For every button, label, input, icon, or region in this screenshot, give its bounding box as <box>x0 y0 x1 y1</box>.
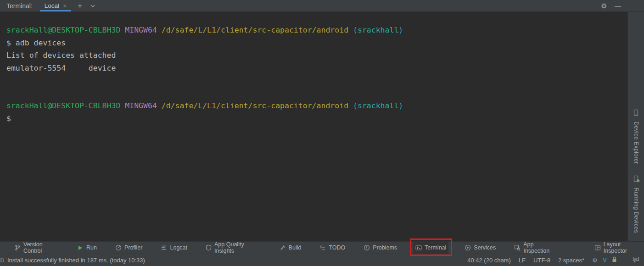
terminal-line <box>6 74 627 87</box>
terminal-prompt-icon <box>415 244 422 251</box>
terminal-line: emulator-5554 device <box>6 62 627 75</box>
terminal-line: srackHall@DESKTOP-CBLBH3D MINGW64 /d/saf… <box>6 24 627 37</box>
close-icon[interactable]: × <box>63 2 67 10</box>
encoding-widget[interactable]: UTF-8 <box>533 257 550 264</box>
terminal-line: List of devices attached <box>6 49 627 62</box>
toolwindow-button-app-inspection[interactable]: App Inspection <box>512 242 560 254</box>
toolwindow-button-label: Profiler <box>124 244 143 251</box>
terminal-segment: $ adb devices <box>6 39 66 47</box>
toolwindow-button-label: Layout Inspector <box>604 241 642 254</box>
gear-small-icon[interactable]: ⚙ <box>592 257 598 264</box>
toolwindow-button-app-quality-insights[interactable]: App Quality Insights <box>203 242 263 254</box>
app-inspection-icon <box>514 244 521 251</box>
device-explorer-icon <box>633 109 639 118</box>
terminal-panel-title: Terminal: <box>6 2 33 10</box>
toolwindow-button-logcat[interactable]: Logcat <box>158 242 190 254</box>
terminal-segment: srackHall@DESKTOP-CBLBH3D <box>6 101 120 110</box>
terminal-line: $ <box>6 112 627 125</box>
toolwindow-button-terminal[interactable]: Terminal <box>413 242 448 254</box>
right-tool-stripe: Device ExplorerRunning Devices <box>627 12 644 241</box>
notifications-icon[interactable] <box>633 256 639 264</box>
statusbar-left: Install successfully finished in 187 ms.… <box>0 257 145 264</box>
toolwindow-button-version-control[interactable]: Version Control <box>12 242 61 254</box>
problems-exclamation-icon <box>364 244 370 251</box>
line-separator-widget[interactable]: LF <box>519 257 526 264</box>
terminal-segment: $ <box>6 114 11 123</box>
terminal-tab-bar: Terminal: Local × + ⚙ — <box>0 0 644 12</box>
stripe-button-running-devices[interactable]: Running Devices <box>628 175 644 233</box>
toolwindow-button-label: Logcat <box>170 244 187 251</box>
logcat-lines-icon <box>161 244 167 251</box>
terminal-line: $ adb devices <box>6 37 627 50</box>
bottom-toolbar: Version ControlRunProfilerLogcatApp Qual… <box>0 241 644 254</box>
terminal-output[interactable]: srackHall@DESKTOP-CBLBH3D MINGW64 /d/saf… <box>0 12 627 241</box>
running-devices-icon <box>633 175 640 184</box>
terminal-segment: List of devices attached <box>6 51 116 60</box>
terminal-segment <box>348 101 353 110</box>
terminal-line <box>6 87 627 100</box>
terminal-segment: (srackhall) <box>353 101 403 110</box>
hammer-icon <box>280 244 286 251</box>
toolwindow-button-services[interactable]: Services <box>462 242 498 254</box>
profiler-gauge-icon <box>115 244 122 251</box>
todo-checklist-icon <box>319 244 326 251</box>
caret-position-widget[interactable]: 40:42 (20 chars) <box>467 257 511 264</box>
shield-icon <box>206 244 212 251</box>
terminal-segment: /d/safe/L/L1/client/src-capacitor/androi… <box>162 101 348 110</box>
run-play-icon <box>77 244 84 251</box>
chevron-down-icon[interactable] <box>88 1 98 11</box>
services-play-icon <box>465 244 471 251</box>
tab-local[interactable]: Local × <box>40 0 71 11</box>
toolwindow-button-label: Run <box>86 244 97 251</box>
toolwindow-button-label: App Quality Insights <box>214 241 261 254</box>
toolwindow-button-todo[interactable]: TODO <box>317 242 347 254</box>
toolwindow-button-run[interactable]: Run <box>75 242 99 254</box>
tab-local-label: Local <box>45 2 59 9</box>
new-terminal-button[interactable]: + <box>75 1 85 11</box>
status-bar: Install successfully finished in 187 ms.… <box>0 254 644 266</box>
terminal-segment: MINGW64 <box>125 26 157 34</box>
status-message: Install successfully finished in 187 ms.… <box>7 257 145 264</box>
toolwindow-button-label: Terminal <box>425 244 446 251</box>
indent-widget[interactable]: 2 spaces* <box>558 257 584 264</box>
terminal-segment <box>157 101 162 110</box>
terminal-segment: (srackhall) <box>353 26 403 34</box>
stripe-button-label: Device Explorer <box>633 122 639 164</box>
statusbar-right: 40:42 (20 chars) LF UTF-8 2 spaces* ⚙ V <box>467 256 639 264</box>
terminal-segment <box>120 101 125 110</box>
git-branch-icon <box>14 244 21 251</box>
stripe-button-device-explorer[interactable]: Device Explorer <box>628 109 644 164</box>
toolwindow-button-label: Problems <box>373 244 397 251</box>
terminal-segment <box>348 26 353 34</box>
layout-inspector-icon <box>594 244 601 251</box>
v-plugin-icon[interactable]: V <box>603 257 607 263</box>
terminal-segment: MINGW64 <box>125 101 157 110</box>
toolwindow-button-profiler[interactable]: Profiler <box>113 242 145 254</box>
stripe-button-label: Running Devices <box>633 188 639 233</box>
toolwindow-button-build[interactable]: Build <box>277 242 304 254</box>
statusbar-icons: ⚙ V <box>592 256 639 264</box>
terminal-segment <box>120 26 125 34</box>
toolwindow-button-layout-inspector[interactable]: Layout Inspector <box>592 242 644 254</box>
minimize-icon[interactable]: — <box>613 1 623 11</box>
terminal-segment <box>157 26 162 34</box>
toolwindow-button-label: Services <box>474 244 496 251</box>
toolwindow-button-label: TODO <box>329 244 345 251</box>
gear-icon[interactable]: ⚙ <box>599 1 609 11</box>
toolwindow-button-label: Build <box>289 244 302 251</box>
terminal-segment: emulator-5554 device <box>6 64 116 72</box>
terminal-line: srackHall@DESKTOP-CBLBH3D MINGW64 /d/saf… <box>6 100 627 112</box>
toolwindow-button-problems[interactable]: Problems <box>361 242 399 254</box>
toolwindow-button-label: Version Control <box>23 241 59 254</box>
toolwindow-toggle-icon[interactable] <box>0 258 4 263</box>
terminal-segment: /d/safe/L/L1/client/src-capacitor/androi… <box>162 26 348 34</box>
stripe-separator <box>631 170 641 170</box>
terminal-segment: srackHall@DESKTOP-CBLBH3D <box>6 26 120 34</box>
toolwindow-button-label: App Inspection <box>523 241 557 254</box>
lock-icon[interactable] <box>612 256 617 264</box>
